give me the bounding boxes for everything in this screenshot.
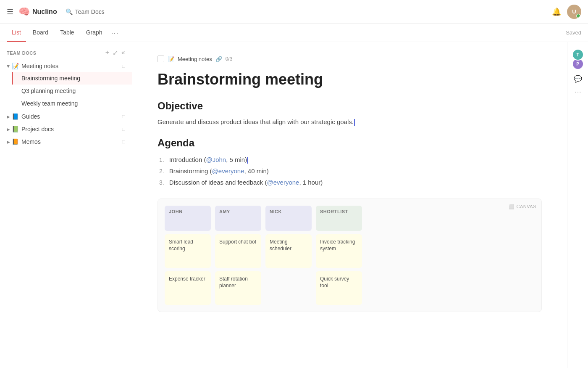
sidebar-title: TEAM DOCS — [7, 50, 105, 56]
section-label-meeting-notes: Meeting notes — [21, 63, 58, 69]
logo-icon: 🧠 — [18, 6, 30, 17]
tabs-more-icon[interactable]: ⋯ — [111, 28, 118, 37]
logo-text: Nuclino — [32, 8, 57, 16]
logo-wrap: 🧠 Nuclino — [18, 6, 57, 17]
agenda-item-2: Brainstorming (@everyone, 40 min) — [158, 165, 542, 177]
sidebar-actions: + ⤢ « — [105, 49, 125, 57]
sidebar-item-q3-planning[interactable]: Q3 planning meeting — [12, 85, 132, 97]
avatar-initials: U — [572, 8, 576, 15]
content-area: 📝 Meeting notes 🔗 0/3 Brainstorming meet… — [132, 42, 567, 368]
mention-everyone-2[interactable]: @everyone — [267, 179, 299, 186]
canvas-block: ⬜ CANVAS JOHN AMY NICK SHORTLIST Smart l… — [158, 199, 542, 312]
kanban-card-expense[interactable]: Expense tracker — [165, 271, 211, 305]
canvas-label: ⬜ CANVAS — [509, 204, 536, 209]
avatar[interactable]: U — [567, 5, 581, 19]
section-icon-guides: 📘 — [12, 113, 19, 120]
main-layout: TEAM DOCS + ⤢ « ▶ 📝 Meeting notes □ Brai… — [0, 42, 588, 368]
sidebar-section-guides: ▶ 📘 Guides □ — [0, 111, 132, 122]
kanban-card-smart-lead[interactable]: Smart lead scoring — [165, 234, 211, 268]
objective-text[interactable]: Generate and discuss product ideas that … — [158, 117, 542, 127]
kanban-card-quick-survey[interactable]: Quick survey tool — [316, 271, 362, 305]
chevron-right-icon-3: ▶ — [7, 140, 10, 144]
saved-status: Saved — [566, 29, 581, 36]
kanban-card-meeting-scheduler[interactable]: Meeting scheduler — [265, 234, 312, 268]
kanban-col-john: JOHN — [165, 206, 211, 231]
mention-everyone-1[interactable]: @everyone — [212, 167, 244, 175]
tab-table[interactable]: Table — [55, 24, 79, 42]
mention-john[interactable]: @John — [206, 156, 226, 163]
sidebar-collapse-icon[interactable]: « — [121, 49, 125, 57]
chevron-down-icon: ▶ — [6, 64, 11, 68]
doc-title[interactable]: Brainstorming meeting — [158, 71, 542, 88]
chevron-right-icon: ▶ — [7, 114, 10, 119]
section-icon-project-docs: 📗 — [12, 126, 19, 132]
kanban-headers: JOHN AMY NICK SHORTLIST — [165, 206, 535, 231]
topbar-left: ☰ 🧠 Nuclino 🔍 Team Docs — [7, 6, 105, 17]
text-cursor — [354, 119, 355, 126]
section-checkbox: □ — [122, 63, 125, 69]
sidebar-item-weekly-team[interactable]: Weekly team meeting — [12, 97, 132, 110]
search-icon: 🔍 — [66, 8, 73, 15]
kanban-row-1: Smart lead scoring Support chat bot Meet… — [165, 234, 535, 268]
section-checkbox-project-docs: □ — [122, 126, 125, 132]
breadcrumb: 📝 Meeting notes 🔗 0/3 — [158, 56, 542, 62]
sidebar-section-header-meeting-notes[interactable]: ▶ 📝 Meeting notes □ — [0, 60, 132, 72]
canvas-icon: ⬜ — [509, 204, 515, 209]
section-checkbox-memos: □ — [122, 139, 125, 145]
right-panel: T P 💬 ⋯ — [567, 42, 588, 368]
tab-graph[interactable]: Graph — [81, 24, 108, 42]
agenda-list: Introduction (@John, 5 min) Brainstormin… — [158, 154, 542, 188]
search-wrap[interactable]: 🔍 Team Docs — [66, 8, 105, 15]
kanban-col-amy: AMY — [215, 206, 261, 231]
sidebar-header: TEAM DOCS + ⤢ « — [0, 47, 132, 60]
agenda-item-3: Discussion of ideas and feedback (@every… — [158, 177, 542, 188]
topbar: ☰ 🧠 Nuclino 🔍 Team Docs 🔔 U — [0, 0, 588, 24]
kanban-row-2: Expense tracker Staff rotation planner Q… — [165, 271, 535, 305]
breadcrumb-icon: 📝 — [168, 56, 174, 62]
sidebar-section-header-guides[interactable]: ▶ 📘 Guides □ — [0, 111, 132, 122]
hamburger-icon[interactable]: ☰ — [7, 7, 13, 16]
doc-checkbox[interactable] — [158, 56, 164, 62]
objective-heading: Objective — [158, 100, 542, 112]
agenda-item-1: Introduction (@John, 5 min) — [158, 154, 542, 165]
section-checkbox-guides: □ — [122, 114, 125, 119]
sidebar-add-icon[interactable]: + — [105, 49, 109, 57]
section-label-project-docs: Project docs — [21, 126, 54, 132]
kanban-card-staff-rotation[interactable]: Staff rotation planner — [215, 271, 261, 305]
kanban-card-support-chat[interactable]: Support chat bot — [215, 234, 261, 268]
doc-progress: 0/3 — [226, 56, 233, 62]
chat-icon[interactable]: 💬 — [574, 75, 582, 83]
chevron-right-icon-2: ▶ — [7, 127, 10, 132]
sidebar-section-header-project-docs[interactable]: ▶ 📗 Project docs □ — [0, 123, 132, 135]
tabsbar: List Board Table Graph ⋯ Saved — [0, 24, 588, 42]
topbar-right: 🔔 U — [552, 5, 581, 19]
section-label-guides: Guides — [21, 113, 40, 120]
sidebar: TEAM DOCS + ⤢ « ▶ 📝 Meeting notes □ Brai… — [0, 42, 132, 368]
sidebar-section-memos: ▶ 📙 Memos □ — [0, 136, 132, 148]
kanban-card-empty-nick — [265, 271, 312, 305]
kanban-col-nick: NICK — [265, 206, 312, 231]
tab-board[interactable]: Board — [28, 24, 53, 42]
sidebar-section-meeting-notes: ▶ 📝 Meeting notes □ Brainstorming meetin… — [0, 60, 132, 110]
tab-list[interactable]: List — [7, 24, 26, 42]
sidebar-item-brainstorming[interactable]: Brainstorming meeting — [12, 72, 132, 85]
section-icon-meeting-notes: 📝 — [12, 63, 19, 69]
kanban-col-shortlist: SHORTLIST — [316, 206, 362, 231]
collab-avatar-teal: T — [572, 49, 584, 61]
workspace-name: Team Docs — [75, 8, 105, 15]
sidebar-section-header-memos[interactable]: ▶ 📙 Memos □ — [0, 136, 132, 148]
cursor-1 — [247, 157, 248, 164]
sidebar-children-meeting-notes: Brainstorming meeting Q3 planning meetin… — [0, 72, 132, 110]
breadcrumb-link[interactable]: Meeting notes — [178, 56, 212, 62]
kanban-card-invoice[interactable]: Invoice tracking system — [316, 234, 362, 268]
notification-bell-icon[interactable]: 🔔 — [552, 7, 561, 16]
agenda-heading: Agenda — [158, 137, 542, 149]
section-label-memos: Memos — [21, 138, 41, 145]
breadcrumb-separator: 🔗 — [215, 56, 222, 62]
sidebar-expand-icon[interactable]: ⤢ — [113, 49, 118, 57]
panel-more-icon[interactable]: ⋯ — [575, 88, 581, 96]
section-icon-memos: 📙 — [12, 138, 19, 145]
sidebar-section-project-docs: ▶ 📗 Project docs □ — [0, 123, 132, 135]
